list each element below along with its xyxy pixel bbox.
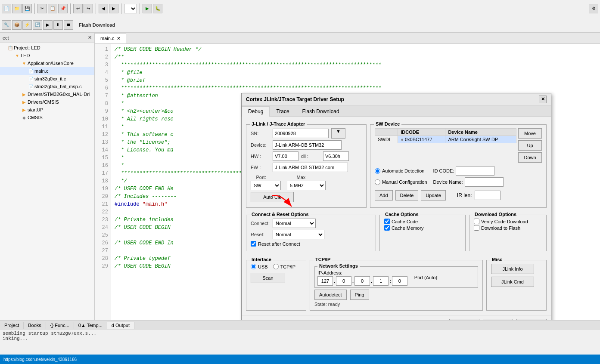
sidebar-item-cmsis[interactable]: ◆ CMSIS (0, 114, 94, 121)
sidebar-item-drivers-hal[interactable]: ▶ Drivers/STM32G0xx_HAL-Dri (0, 90, 94, 98)
fw-input[interactable] (273, 163, 348, 172)
toolbar-icon-fwd[interactable]: ▶ (109, 4, 118, 13)
bottom-tab-func[interactable]: {} Func... (46, 322, 74, 329)
sidebar-label-dcmsis: Drivers/CMSIS (28, 99, 59, 105)
toolbar-icon-open[interactable]: 📁 (12, 4, 22, 13)
bottom-tab-output[interactable]: d Output (107, 322, 134, 329)
download-group-title: Download Options (473, 212, 518, 217)
bottom-tab-project[interactable]: Project (0, 322, 24, 329)
toolbar-icon-back[interactable]: ◀ (99, 4, 108, 13)
toolbar-icon-build[interactable]: ▶ (143, 4, 152, 13)
sn-input[interactable] (273, 129, 329, 138)
sidebar-item-stm32hal[interactable]: 📄 stm32g0xx_hal_msp.c (0, 83, 94, 90)
ping-button[interactable]: Ping (350, 290, 369, 300)
sn-dropdown[interactable]: ▼ (331, 128, 345, 139)
sw-row[interactable]: SWDI ● 0x0BC11477 ARM CoreSight SW-DP (375, 136, 516, 143)
ip1-input[interactable] (317, 276, 333, 286)
delete-button[interactable]: Delete (395, 190, 419, 201)
toolbar2-icon7[interactable]: ⏹ (64, 20, 73, 30)
toolbar2-icon6[interactable]: ⏸ (53, 20, 63, 30)
reset-after-row: Reset after Connect (251, 241, 371, 247)
sidebar-item-stm32it[interactable]: 📄 stm32g0xx_it.c (0, 75, 94, 83)
toolbar2-icon4[interactable]: 🔄 (33, 20, 42, 30)
folder-icon-startup: ▶ (21, 106, 28, 113)
move-button[interactable]: Move (518, 128, 542, 139)
ip4-input[interactable] (373, 276, 389, 286)
toolbar2-icon3[interactable]: ⚡ (22, 20, 32, 30)
tab-trace[interactable]: Trace (270, 106, 295, 116)
toolbar-icon-paste[interactable]: 📌 (58, 4, 68, 13)
update-button[interactable]: Update (421, 190, 445, 201)
tcpip-radio[interactable] (273, 264, 279, 269)
hw-input[interactable] (273, 151, 298, 161)
device-input[interactable] (273, 140, 342, 150)
jlink-info-button[interactable]: JLink Info (491, 264, 534, 274)
up-button[interactable]: Up (518, 140, 542, 151)
add-button[interactable]: Add (375, 190, 393, 201)
autoclk-button[interactable]: Auto Clk (251, 192, 294, 202)
sidebar-item-led[interactable]: ▼ LED (0, 52, 94, 59)
toolbar-icon-undo[interactable]: ↩ (73, 4, 83, 13)
toolbar-icon-cut[interactable]: ✂ (37, 4, 47, 13)
reset-after-checkbox[interactable] (251, 241, 256, 247)
device-name-input[interactable] (465, 177, 504, 187)
sidebar-close[interactable]: ✕ (88, 35, 92, 40)
project-combo[interactable]: LED (124, 4, 137, 13)
bottom-tab-books[interactable]: Books (24, 322, 46, 329)
manual-config-radio[interactable] (375, 179, 380, 185)
apply-button[interactable]: 应用(A) (516, 319, 547, 320)
max-select[interactable]: 5 MHz 1 MHz (287, 181, 326, 190)
tab-flash[interactable]: Flash Download (296, 106, 346, 116)
sidebar-item-main[interactable]: 📄 main.c (0, 67, 94, 75)
connect-select[interactable]: Normal Connect under Reset (273, 219, 316, 228)
toolbar-icon-new[interactable]: 📄 (2, 4, 11, 13)
toolbar-icon-copy[interactable]: 📋 (48, 4, 57, 13)
interface-group: Interface USB TCP/IP Scan (246, 260, 306, 311)
jlink-cmd-button[interactable]: JLink Cmd (491, 277, 534, 287)
sidebar-item-startup[interactable]: ▶ startUP (0, 106, 94, 114)
download-flash-checkbox[interactable] (474, 225, 479, 231)
ip2-input[interactable] (336, 276, 351, 286)
dialog-close-button[interactable]: ✕ (539, 96, 547, 103)
cache-code-checkbox[interactable] (384, 219, 390, 224)
toolbar-icon-settings[interactable]: ⚙ (589, 4, 598, 13)
sidebar-label-app: Application/User/Core (28, 61, 74, 66)
port-select[interactable]: SW JTAG (251, 181, 281, 190)
folder-icon-dhal: ▶ (21, 91, 28, 98)
down-button[interactable]: Down (518, 152, 542, 163)
sidebar-item-drivers-cmsis[interactable]: ▶ Drivers/CMSIS (0, 98, 94, 106)
bottom-tab-temp[interactable]: 0▲ Temp... (74, 322, 107, 329)
cancel-button[interactable]: 取消 (483, 319, 513, 320)
verify-code-checkbox[interactable] (474, 219, 479, 224)
tab-close-icon[interactable]: ✕ (117, 36, 121, 41)
usb-radio[interactable] (251, 264, 256, 269)
dialog-title-text: Cortex JLink/JTrace Target Driver Setup (246, 96, 344, 102)
tab-main[interactable]: main.c ✕ (95, 33, 126, 43)
tab-debug[interactable]: Debug (242, 106, 270, 117)
toolbar2-icon1[interactable]: 🔧 (2, 20, 11, 30)
dll-input[interactable] (323, 151, 349, 161)
editor-area: main.c ✕ 1 2 3 4 5 6 7 8 9 10 11 12 (95, 33, 600, 320)
cache-memory-checkbox[interactable] (384, 225, 390, 231)
toolbar2-icon2[interactable]: 📦 (12, 20, 22, 30)
scan-button[interactable]: Scan (251, 273, 285, 283)
auto-detect-radio[interactable] (375, 168, 380, 174)
reset-select[interactable]: Normal Hardware (273, 230, 324, 239)
toolbar2-icon5[interactable]: ▶ (43, 20, 53, 30)
id-code-input[interactable] (456, 166, 494, 176)
sidebar-title: ect (3, 35, 9, 40)
sidebar-item-app[interactable]: ▼ Application/User/Core (0, 59, 94, 67)
jlink-group-title: J-Link / J-Trace Adapter (250, 121, 307, 126)
sidebar-item-project[interactable]: 📋 Project: LED (0, 44, 94, 52)
toolbar-icon-save[interactable]: 💾 (22, 4, 32, 13)
project-icon: 📋 (7, 44, 14, 51)
ok-button[interactable]: 确定 (449, 319, 479, 320)
status-text: https://blog.csdn.net/weixin_43861166 (3, 357, 77, 362)
ip3-input[interactable] (354, 276, 370, 286)
device-row: Device: (251, 140, 362, 150)
ir-len-input[interactable] (475, 191, 501, 200)
port-input[interactable] (392, 276, 407, 286)
autodetect-button[interactable]: Autodetect (314, 290, 347, 300)
toolbar-icon-debug[interactable]: 🐛 (153, 4, 162, 13)
toolbar-icon-redo[interactable]: ↪ (84, 4, 93, 13)
